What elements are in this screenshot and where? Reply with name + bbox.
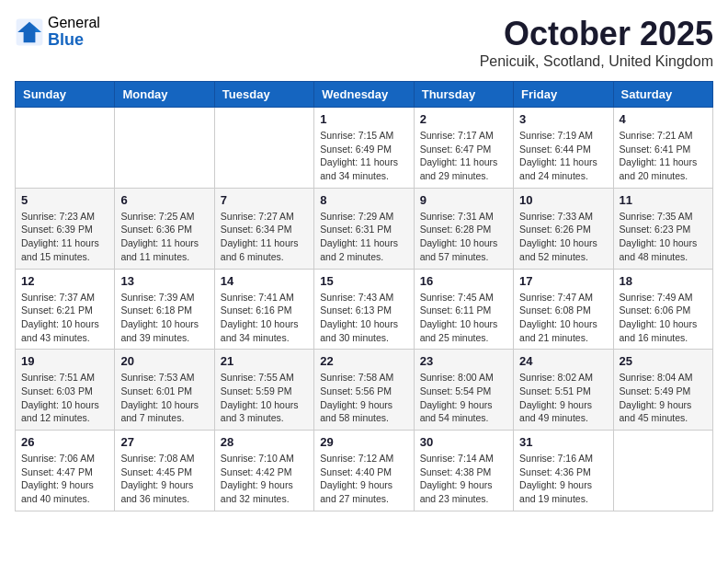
cell-info-text: Sunrise: 7:43 AM Sunset: 6:13 PM Dayligh…: [320, 291, 407, 345]
calendar-cell: 18Sunrise: 7:49 AM Sunset: 6:06 PM Dayli…: [613, 269, 712, 350]
page-header: General Blue October 2025 Penicuik, Scot…: [15, 15, 713, 70]
calendar-cell: 31Sunrise: 7:16 AM Sunset: 4:36 PM Dayli…: [514, 431, 613, 511]
cell-date-number: 12: [21, 274, 108, 288]
calendar-cell: 21Sunrise: 7:55 AM Sunset: 5:59 PM Dayli…: [214, 350, 313, 431]
cell-info-text: Sunrise: 7:19 AM Sunset: 6:44 PM Dayligh…: [519, 129, 607, 183]
cell-date-number: 25: [620, 354, 707, 368]
month-year: October 2025: [480, 15, 713, 53]
calendar-cell: 6Sunrise: 7:25 AM Sunset: 6:36 PM Daylig…: [115, 188, 214, 269]
cell-info-text: Sunrise: 7:49 AM Sunset: 6:06 PM Dayligh…: [620, 291, 707, 345]
calendar-cell: [115, 108, 214, 189]
logo-general: General: [48, 15, 100, 31]
calendar-cell: [613, 431, 712, 511]
cell-date-number: 30: [420, 435, 507, 449]
calendar-cell: 17Sunrise: 7:47 AM Sunset: 6:08 PM Dayli…: [514, 269, 613, 350]
weekday-header: Wednesday: [314, 82, 414, 108]
cell-info-text: Sunrise: 8:04 AM Sunset: 5:49 PM Dayligh…: [620, 371, 707, 425]
weekday-header: Thursday: [414, 82, 513, 108]
calendar-week-row: 1Sunrise: 7:15 AM Sunset: 6:49 PM Daylig…: [16, 108, 713, 189]
cell-date-number: 10: [519, 193, 607, 207]
cell-info-text: Sunrise: 7:45 AM Sunset: 6:11 PM Dayligh…: [420, 291, 507, 345]
cell-info-text: Sunrise: 7:41 AM Sunset: 6:16 PM Dayligh…: [221, 291, 308, 345]
calendar-cell: 27Sunrise: 7:08 AM Sunset: 4:45 PM Dayli…: [115, 431, 214, 511]
calendar-cell: 22Sunrise: 7:58 AM Sunset: 5:56 PM Dayli…: [314, 350, 414, 431]
cell-info-text: Sunrise: 7:08 AM Sunset: 4:45 PM Dayligh…: [120, 452, 208, 506]
calendar-cell: 8Sunrise: 7:29 AM Sunset: 6:31 PM Daylig…: [314, 188, 414, 269]
cell-info-text: Sunrise: 7:12 AM Sunset: 4:40 PM Dayligh…: [320, 452, 407, 506]
calendar-cell: 7Sunrise: 7:27 AM Sunset: 6:34 PM Daylig…: [214, 188, 313, 269]
cell-info-text: Sunrise: 7:27 AM Sunset: 6:34 PM Dayligh…: [221, 210, 308, 264]
cell-date-number: 19: [21, 354, 108, 368]
cell-info-text: Sunrise: 7:47 AM Sunset: 6:08 PM Dayligh…: [519, 291, 607, 345]
calendar-cell: 12Sunrise: 7:37 AM Sunset: 6:21 PM Dayli…: [16, 269, 115, 350]
calendar-cell: 11Sunrise: 7:35 AM Sunset: 6:23 PM Dayli…: [613, 188, 712, 269]
cell-date-number: 4: [620, 112, 707, 126]
calendar-cell: 3Sunrise: 7:19 AM Sunset: 6:44 PM Daylig…: [514, 108, 613, 189]
calendar-cell: 4Sunrise: 7:21 AM Sunset: 6:41 PM Daylig…: [613, 108, 712, 189]
cell-date-number: 24: [519, 354, 607, 368]
cell-info-text: Sunrise: 7:29 AM Sunset: 6:31 PM Dayligh…: [320, 210, 407, 264]
calendar-table: SundayMondayTuesdayWednesdayThursdayFrid…: [15, 81, 713, 511]
cell-date-number: 16: [420, 274, 507, 288]
cell-info-text: Sunrise: 7:17 AM Sunset: 6:47 PM Dayligh…: [420, 129, 507, 183]
calendar-cell: 9Sunrise: 7:31 AM Sunset: 6:28 PM Daylig…: [414, 188, 513, 269]
cell-info-text: Sunrise: 7:53 AM Sunset: 6:01 PM Dayligh…: [120, 371, 208, 425]
cell-date-number: 7: [221, 193, 308, 207]
cell-info-text: Sunrise: 7:33 AM Sunset: 6:26 PM Dayligh…: [519, 210, 607, 264]
cell-info-text: Sunrise: 7:16 AM Sunset: 4:36 PM Dayligh…: [519, 452, 607, 506]
logo-icon: [15, 17, 44, 47]
cell-date-number: 27: [120, 435, 208, 449]
cell-date-number: 5: [21, 193, 108, 207]
cell-info-text: Sunrise: 7:25 AM Sunset: 6:36 PM Dayligh…: [120, 210, 208, 264]
cell-info-text: Sunrise: 7:10 AM Sunset: 4:42 PM Dayligh…: [221, 452, 308, 506]
cell-info-text: Sunrise: 8:00 AM Sunset: 5:54 PM Dayligh…: [420, 371, 507, 425]
cell-info-text: Sunrise: 7:21 AM Sunset: 6:41 PM Dayligh…: [620, 129, 707, 183]
calendar-cell: 15Sunrise: 7:43 AM Sunset: 6:13 PM Dayli…: [314, 269, 414, 350]
weekday-header: Friday: [514, 82, 613, 108]
cell-date-number: 22: [320, 354, 407, 368]
cell-info-text: Sunrise: 7:37 AM Sunset: 6:21 PM Dayligh…: [21, 291, 108, 345]
cell-date-number: 15: [320, 274, 407, 288]
calendar-cell: 26Sunrise: 7:06 AM Sunset: 4:47 PM Dayli…: [16, 431, 115, 511]
cell-date-number: 1: [320, 112, 407, 126]
cell-date-number: 31: [519, 435, 607, 449]
logo-text: General Blue: [48, 15, 100, 49]
cell-date-number: 2: [420, 112, 507, 126]
cell-info-text: Sunrise: 7:31 AM Sunset: 6:28 PM Dayligh…: [420, 210, 507, 264]
cell-info-text: Sunrise: 8:02 AM Sunset: 5:51 PM Dayligh…: [519, 371, 607, 425]
cell-date-number: 13: [120, 274, 208, 288]
calendar-cell: 10Sunrise: 7:33 AM Sunset: 6:26 PM Dayli…: [514, 188, 613, 269]
cell-date-number: 26: [21, 435, 108, 449]
cell-date-number: 3: [519, 112, 607, 126]
calendar-cell: 2Sunrise: 7:17 AM Sunset: 6:47 PM Daylig…: [414, 108, 513, 189]
weekday-header: Monday: [115, 82, 214, 108]
calendar-week-row: 26Sunrise: 7:06 AM Sunset: 4:47 PM Dayli…: [16, 431, 713, 511]
calendar-cell: 30Sunrise: 7:14 AM Sunset: 4:38 PM Dayli…: [414, 431, 513, 511]
cell-info-text: Sunrise: 7:23 AM Sunset: 6:39 PM Dayligh…: [21, 210, 108, 264]
location: Penicuik, Scotland, United Kingdom: [480, 53, 713, 70]
cell-date-number: 17: [519, 274, 607, 288]
cell-info-text: Sunrise: 7:51 AM Sunset: 6:03 PM Dayligh…: [21, 371, 108, 425]
calendar-week-row: 5Sunrise: 7:23 AM Sunset: 6:39 PM Daylig…: [16, 188, 713, 269]
logo-blue: Blue: [48, 31, 100, 50]
calendar-cell: 28Sunrise: 7:10 AM Sunset: 4:42 PM Dayli…: [214, 431, 313, 511]
weekday-header: Saturday: [613, 82, 712, 108]
cell-info-text: Sunrise: 7:15 AM Sunset: 6:49 PM Dayligh…: [320, 129, 407, 183]
calendar-cell: 29Sunrise: 7:12 AM Sunset: 4:40 PM Dayli…: [314, 431, 414, 511]
cell-info-text: Sunrise: 7:06 AM Sunset: 4:47 PM Dayligh…: [21, 452, 108, 506]
calendar-cell: 20Sunrise: 7:53 AM Sunset: 6:01 PM Dayli…: [115, 350, 214, 431]
title-block: October 2025 Penicuik, Scotland, United …: [480, 15, 713, 70]
cell-date-number: 11: [620, 193, 707, 207]
calendar-week-row: 12Sunrise: 7:37 AM Sunset: 6:21 PM Dayli…: [16, 269, 713, 350]
cell-date-number: 29: [320, 435, 407, 449]
calendar-cell: 13Sunrise: 7:39 AM Sunset: 6:18 PM Dayli…: [115, 269, 214, 350]
calendar-cell: [16, 108, 115, 189]
cell-info-text: Sunrise: 7:58 AM Sunset: 5:56 PM Dayligh…: [320, 371, 407, 425]
calendar-cell: 24Sunrise: 8:02 AM Sunset: 5:51 PM Dayli…: [514, 350, 613, 431]
cell-date-number: 9: [420, 193, 507, 207]
cell-info-text: Sunrise: 7:14 AM Sunset: 4:38 PM Dayligh…: [420, 452, 507, 506]
calendar-header-row: SundayMondayTuesdayWednesdayThursdayFrid…: [16, 82, 713, 108]
cell-date-number: 18: [620, 274, 707, 288]
calendar-cell: 19Sunrise: 7:51 AM Sunset: 6:03 PM Dayli…: [16, 350, 115, 431]
calendar-cell: [214, 108, 313, 189]
